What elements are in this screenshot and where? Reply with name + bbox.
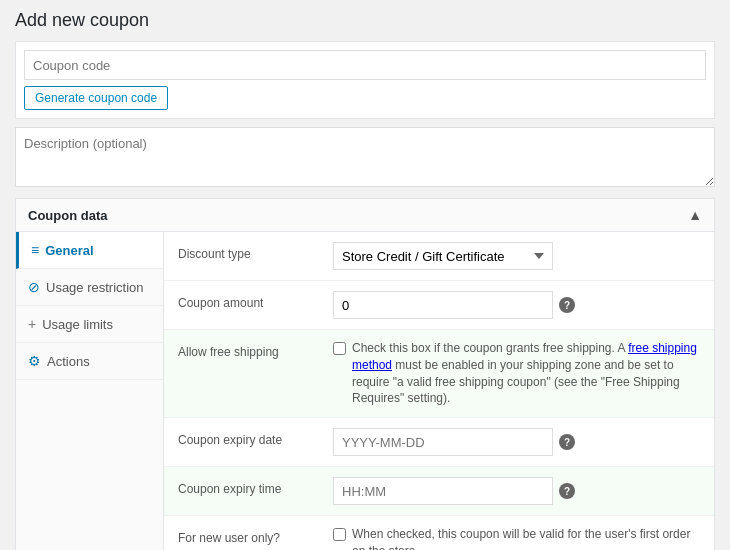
new-user-checkbox-wrap: When checked, this coupon will be valid … — [333, 526, 700, 550]
coupon-expiry-date-input[interactable] — [333, 428, 553, 456]
coupon-expiry-date-label: Coupon expiry date — [178, 428, 333, 449]
panel-toggle-icon[interactable]: ▲ — [688, 207, 702, 223]
coupon-amount-row: Coupon amount ? — [164, 281, 714, 330]
general-icon: ≡ — [31, 242, 39, 258]
coupon-expiry-date-row: Coupon expiry date ? — [164, 418, 714, 467]
coupon-expiry-time-help-icon[interactable]: ? — [559, 483, 575, 499]
coupon-amount-label: Coupon amount — [178, 291, 333, 312]
coupon-expiry-time-label: Coupon expiry time — [178, 477, 333, 498]
allow-free-shipping-control: Check this box if the coupon grants free… — [333, 340, 700, 407]
coupon-expiry-date-control: ? — [333, 428, 700, 456]
sidebar-item-actions[interactable]: ⚙ Actions — [16, 343, 163, 380]
for-new-user-label: For new user only? — [178, 526, 333, 547]
sidebar-label-general: General — [45, 243, 93, 258]
sidebar-item-usage-restriction[interactable]: ⊘ Usage restriction — [16, 269, 163, 306]
discount-type-control: Store Credit / Gift Certificate Percenta… — [333, 242, 700, 270]
free-shipping-hint: Check this box if the coupon grants free… — [352, 340, 700, 407]
usage-restriction-icon: ⊘ — [28, 279, 40, 295]
main-content: Discount type Store Credit / Gift Certif… — [164, 232, 714, 550]
for-new-user-checkbox[interactable] — [333, 528, 346, 541]
panel-header: Coupon data ▲ — [16, 199, 714, 232]
sidebar-label-actions: Actions — [47, 354, 90, 369]
coupon-expiry-date-help-icon[interactable]: ? — [559, 434, 575, 450]
sidebar: ≡ General ⊘ Usage restriction + Usage li… — [16, 232, 164, 550]
coupon-amount-help-icon[interactable]: ? — [559, 297, 575, 313]
discount-type-row: Discount type Store Credit / Gift Certif… — [164, 232, 714, 281]
coupon-amount-input[interactable] — [333, 291, 553, 319]
coupon-expiry-time-input[interactable] — [333, 477, 553, 505]
sidebar-item-general[interactable]: ≡ General — [16, 232, 163, 269]
description-input[interactable] — [15, 127, 715, 187]
free-shipping-method-link[interactable]: free shipping method — [352, 341, 697, 372]
usage-limits-icon: + — [28, 316, 36, 332]
coupon-code-input[interactable] — [24, 50, 706, 80]
allow-free-shipping-checkbox[interactable] — [333, 342, 346, 355]
for-new-user-control: When checked, this coupon will be valid … — [333, 526, 700, 550]
discount-type-label: Discount type — [178, 242, 333, 263]
for-new-user-hint: When checked, this coupon will be valid … — [352, 526, 700, 550]
sidebar-label-usage-limits: Usage limits — [42, 317, 113, 332]
allow-free-shipping-row: Allow free shipping Check this box if th… — [164, 330, 714, 418]
panel-body: ≡ General ⊘ Usage restriction + Usage li… — [16, 232, 714, 550]
allow-free-shipping-label: Allow free shipping — [178, 340, 333, 361]
sidebar-label-usage-restriction: Usage restriction — [46, 280, 144, 295]
panel-title: Coupon data — [28, 208, 107, 223]
coupon-amount-control: ? — [333, 291, 700, 319]
coupon-data-panel: Coupon data ▲ ≡ General ⊘ Usage restrict… — [15, 198, 715, 550]
generate-coupon-button[interactable]: Generate coupon code — [24, 86, 168, 110]
coupon-expiry-time-row: Coupon expiry time ? — [164, 467, 714, 516]
coupon-expiry-time-control: ? — [333, 477, 700, 505]
actions-icon: ⚙ — [28, 353, 41, 369]
sidebar-item-usage-limits[interactable]: + Usage limits — [16, 306, 163, 343]
free-shipping-checkbox-wrap: Check this box if the coupon grants free… — [333, 340, 700, 407]
page-title: Add new coupon — [15, 10, 715, 31]
discount-type-select[interactable]: Store Credit / Gift Certificate Percenta… — [333, 242, 553, 270]
for-new-user-row: For new user only? When checked, this co… — [164, 516, 714, 550]
